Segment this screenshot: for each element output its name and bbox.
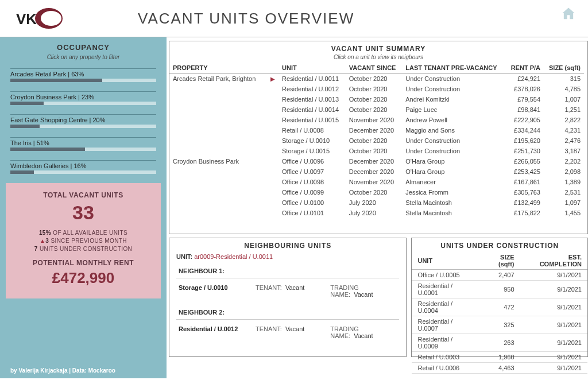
table-row: Residential / U.00044729/1/2021 bbox=[412, 298, 587, 316]
size-cell: 2,822 bbox=[544, 115, 584, 125]
occupancy-bar bbox=[10, 170, 156, 174]
tenant-cell: Paige Luec bbox=[402, 104, 505, 115]
home-icon[interactable] bbox=[560, 6, 577, 22]
unit-cell: Residential / U.0011 bbox=[278, 73, 346, 84]
summary-title: VACANT UNIT SUMMARY bbox=[169, 41, 587, 54]
n1-unit: Storage / U.0010 bbox=[179, 284, 247, 298]
table-row: Retail / U.00064,4639/1/2021 bbox=[412, 363, 587, 374]
rent-cell: £195,620 bbox=[505, 135, 544, 146]
size-cell: 4,785 bbox=[544, 84, 584, 94]
unit-cell: Storage / U.0010 bbox=[278, 135, 346, 146]
occupancy-item-label: The Iris | 51% bbox=[10, 137, 156, 146]
rent-cell: £175,822 bbox=[505, 208, 544, 218]
sidebar: OCCUPANCY Click on any property to filte… bbox=[0, 37, 167, 378]
rent-cell: £253,425 bbox=[505, 166, 544, 177]
since-cell: July 2020 bbox=[346, 197, 403, 208]
unit-cell: Residential / U.0013 bbox=[278, 94, 346, 104]
tenant-cell: Under Construction bbox=[402, 135, 505, 146]
tenant-cell: Under Construction bbox=[402, 146, 505, 156]
occupancy-bar bbox=[10, 102, 156, 105]
since-cell: October 2020 bbox=[346, 146, 403, 156]
occupancy-item-label: East Gate Shopping Centre | 20% bbox=[10, 114, 156, 123]
since-cell: November 2020 bbox=[346, 177, 403, 187]
rent-cell: £79,554 bbox=[505, 94, 544, 104]
col-size: SIZE (sqft) bbox=[544, 63, 584, 73]
pct-available-line: 15% OF ALL AVAILABLE UNITS bbox=[14, 230, 153, 236]
table-row[interactable]: Croydon Business ParkOffice / U.0096Dece… bbox=[169, 156, 584, 166]
tenant-cell: Andrew Powell bbox=[402, 115, 505, 125]
occupancy-title: OCCUPANCY bbox=[10, 43, 156, 52]
rent-cell: £98,841 bbox=[505, 104, 544, 115]
change-line: ▲3 SINCE PREVIOUS MONTH bbox=[14, 238, 153, 244]
col-property: PROPERTY bbox=[169, 63, 267, 73]
rent-cell: £334,244 bbox=[505, 125, 544, 135]
unit-cell: Residential / U.0012 bbox=[278, 84, 346, 94]
size-cell: 2,476 bbox=[544, 135, 584, 146]
n2-unit: Residential / U.0012 bbox=[179, 325, 247, 339]
occupancy-hint: Click on any property to filter bbox=[10, 54, 156, 60]
col-tenant: LAST TENANT PRE-VACANCY bbox=[402, 63, 505, 73]
summary-hint: Click on a unit to view its neigbours bbox=[169, 54, 587, 63]
table-row: Office / U.00052,4079/1/2021 bbox=[412, 270, 587, 281]
credits: by Valerija Kirjackaja | Data: Mockaroo bbox=[0, 363, 167, 378]
occupancy-bar bbox=[10, 125, 156, 128]
col-unit: UNIT bbox=[278, 63, 346, 73]
cons-col-unit: UNIT bbox=[412, 252, 478, 270]
unit-cell: Residential / U.0014 bbox=[278, 104, 346, 115]
unit-cell: Retail / U.0008 bbox=[278, 125, 346, 135]
play-icon: ▶ bbox=[270, 76, 275, 82]
since-cell: October 2020 bbox=[346, 73, 403, 84]
tenant-cell: Almanecer bbox=[402, 177, 505, 187]
property-cell: Arcades Retail Park, Brighton bbox=[169, 73, 267, 157]
rent-cell: £378,026 bbox=[505, 84, 544, 94]
rent-cell: £167,861 bbox=[505, 177, 544, 187]
construction-panel: UNITS UNDER CONSTRUCTION UNIT SIZE (sqft… bbox=[411, 238, 588, 357]
size-cell: 1,097 bbox=[544, 197, 584, 208]
since-cell: October 2020 bbox=[346, 104, 403, 115]
occupancy-item[interactable]: East Gate Shopping Centre | 20% bbox=[10, 114, 156, 128]
neighbour-title: NEIGHBOURING UNITS bbox=[169, 238, 406, 251]
occupancy-item-label: Croydon Business Park | 23% bbox=[10, 91, 156, 100]
since-cell: December 2020 bbox=[346, 125, 403, 135]
rent-label: POTENTIAL MONTHLY RENT bbox=[14, 259, 153, 267]
n2-trading: TRADING NAME: Vacant bbox=[330, 325, 397, 339]
rent-cell: £305,763 bbox=[505, 187, 544, 197]
unit-cell: Residential / U.0015 bbox=[278, 115, 346, 125]
table-row[interactable]: Arcades Retail Park, Brighton▶Residentia… bbox=[169, 73, 584, 84]
col-since: VACANT SINCE bbox=[346, 63, 403, 73]
table-row: Residential / U.00092639/1/2021 bbox=[412, 334, 587, 352]
bottom-row: NEIGHBOURING UNITS UNIT: ar0009-Resident… bbox=[169, 238, 588, 378]
size-cell: 1,389 bbox=[544, 177, 584, 187]
since-cell: December 2020 bbox=[346, 166, 403, 177]
occupancy-item[interactable]: Arcades Retail Park | 63% bbox=[10, 68, 156, 82]
summary-scroll[interactable]: PROPERTY UNIT VACANT SINCE LAST TENANT P… bbox=[169, 63, 587, 223]
main: OCCUPANCY Click on any property to filte… bbox=[0, 37, 588, 378]
svg-text:VK: VK bbox=[16, 10, 37, 28]
occupancy-bar bbox=[10, 148, 156, 151]
occupancy-item[interactable]: The Iris | 51% bbox=[10, 137, 156, 151]
cons-col-date: EST. COMPLETION bbox=[520, 252, 587, 270]
neighbour-unit: UNIT: ar0009-Residential / U.0011 bbox=[169, 251, 406, 262]
since-cell: November 2020 bbox=[346, 115, 403, 125]
occupancy-bar bbox=[10, 79, 156, 82]
unit-cell: Office / U.0101 bbox=[278, 208, 346, 218]
cons-col-size: SIZE (sqft) bbox=[478, 252, 520, 270]
header: VK VACANT UNITS OVERVIEW bbox=[0, 0, 588, 37]
tenant-cell: Stella Macintosh bbox=[402, 208, 505, 218]
col-rent: RENT P/A bbox=[505, 63, 544, 73]
occupancy-item[interactable]: Croydon Business Park | 23% bbox=[10, 91, 156, 105]
unit-cell: Office / U.0100 bbox=[278, 197, 346, 208]
since-cell: October 2020 bbox=[346, 84, 403, 94]
total-vacant-value: 33 bbox=[14, 201, 153, 224]
rent-cell: £132,499 bbox=[505, 197, 544, 208]
neighbour-panel: NEIGHBOURING UNITS UNIT: ar0009-Resident… bbox=[169, 238, 407, 357]
tenant-cell: Maggio and Sons bbox=[402, 125, 505, 135]
size-cell: 1,251 bbox=[544, 104, 584, 115]
size-cell: 2,202 bbox=[544, 156, 584, 166]
table-row: Retail / U.00031,9609/1/2021 bbox=[412, 352, 587, 363]
size-cell: 2,098 bbox=[544, 166, 584, 177]
tenant-cell: O'Hara Group bbox=[402, 156, 505, 166]
occupancy-item[interactable]: Wimbledon Galleries | 16% bbox=[10, 160, 156, 174]
n1-trading: TRADING NAME: Vacant bbox=[330, 284, 397, 298]
content: VACANT UNIT SUMMARY Click on a unit to v… bbox=[167, 37, 588, 378]
